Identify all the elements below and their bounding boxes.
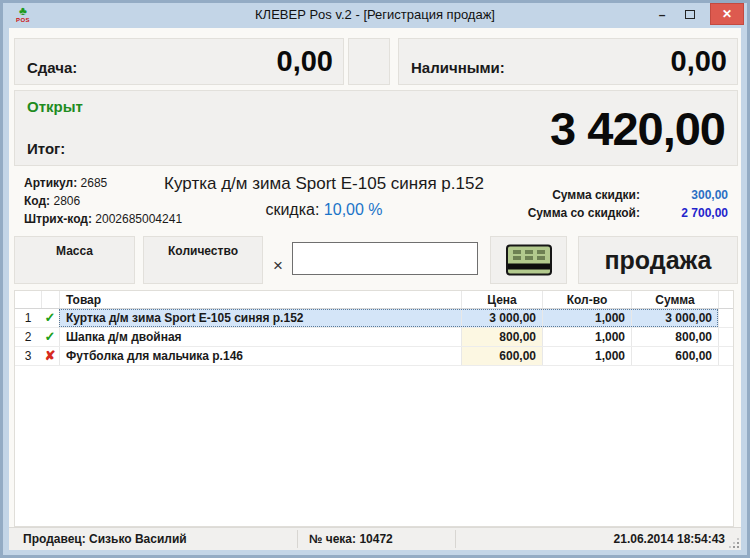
row-sum: 600,00 — [631, 347, 718, 365]
discount-sum-label: Сумма скидки: — [552, 186, 640, 204]
resize-grip[interactable] — [730, 539, 739, 548]
titlebar: ♣ POS КЛЕВЕР Pos v.2 - [Регистрация прод… — [3, 3, 747, 28]
pos-window: ♣ POS КЛЕВЕР Pos v.2 - [Регистрация прод… — [0, 0, 750, 558]
row-price: 600,00 — [461, 347, 542, 365]
mass-button[interactable]: Масса — [14, 236, 135, 284]
discounted-total-label: Сумма со скидкой: — [528, 204, 640, 222]
seller-label: Продавец: — [23, 532, 86, 546]
item-info-section: Артикул: 2685 Код: 2806 Штрих-код: 20026… — [14, 170, 738, 234]
row-number: 3 — [15, 347, 41, 365]
total-value: 3 420,00 — [550, 101, 725, 156]
row-qty: 1,000 — [542, 328, 631, 346]
code-value: 2806 — [53, 194, 80, 208]
check-icon: ✓ — [41, 328, 59, 346]
discount-sum-value: 300,00 — [640, 186, 728, 204]
table-row[interactable]: 1 ✓ Куртка д/м зима Sport E-105 синяя р.… — [15, 309, 733, 328]
article-label: Артикул: — [24, 176, 77, 190]
quantity-button[interactable]: Количество — [143, 236, 263, 284]
discount-sum-line: Сумма скидки:300,00 — [528, 186, 728, 204]
close-button[interactable]: ✕ — [710, 3, 744, 25]
table-row[interactable]: 2 ✓ Шапка д/м двойная 800,00 1,000 800,0… — [15, 328, 733, 347]
discounted-total-value: 2 700,00 — [640, 204, 728, 222]
table-body: 1 ✓ Куртка д/м зима Sport E-105 синяя р.… — [15, 309, 733, 366]
row-number: 1 — [15, 309, 41, 327]
row-qty: 1,000 — [542, 347, 631, 365]
article-value: 2685 — [81, 176, 108, 190]
check-icon: ✓ — [41, 309, 59, 327]
spacer-panel — [348, 38, 390, 85]
change-value: 0,00 — [277, 45, 333, 78]
receipt-no-value: 10472 — [359, 532, 392, 546]
header-qty[interactable]: Кол-во — [542, 291, 631, 308]
receipt-no-label: № чека: — [309, 532, 356, 546]
cash-label: Наличными: — [411, 59, 505, 84]
seller-value: Сизько Василий — [89, 532, 187, 546]
table-header-row: Товар Цена Кол-во Сумма — [15, 291, 733, 309]
header-sum[interactable]: Сумма — [631, 291, 718, 308]
row-number: 2 — [15, 328, 41, 346]
sale-button[interactable]: продажа — [578, 236, 738, 284]
cross-icon: ✘ — [41, 347, 59, 365]
current-item: Куртка д/м зима Sport E-105 синяя р.152 … — [144, 170, 504, 219]
multiply-sign: × — [273, 256, 283, 276]
sales-table: Товар Цена Кол-во Сумма 1 ✓ Куртка д/м з… — [14, 290, 734, 527]
row-product: Шапка д/м двойная — [59, 328, 461, 346]
current-product-name: Куртка д/м зима Sport E-105 синяя р.152 — [144, 174, 504, 194]
row-sum: 3 000,00 — [631, 309, 718, 327]
status-bar: Продавец: Сизько Василий № чека: 10472 2… — [9, 527, 741, 550]
cash-value: 0,00 — [671, 45, 727, 78]
discount-label: скидка: — [265, 201, 319, 218]
maximize-icon — [685, 10, 695, 19]
discounted-total-line: Сумма со скидкой:2 700,00 — [528, 204, 728, 222]
row-product: Футболка для мальчика р.146 — [59, 347, 461, 365]
change-panel: Сдача: 0,00 — [14, 38, 344, 85]
change-label: Сдача: — [27, 59, 77, 84]
row-price: 800,00 — [461, 328, 542, 346]
card-payment-button[interactable] — [490, 236, 567, 284]
table-row[interactable]: 3 ✘ Футболка для мальчика р.146 600,00 1… — [15, 347, 733, 366]
row-price: 3 000,00 — [461, 309, 542, 327]
discount-line: скидка: 10,00 % — [144, 201, 504, 219]
discount-totals: Сумма скидки:300,00 Сумма со скидкой:2 7… — [528, 186, 728, 222]
barcode-label: Штрих-код: — [24, 212, 92, 226]
row-sum: 800,00 — [631, 328, 718, 346]
discount-percent: 10,00 % — [324, 201, 383, 218]
minimize-button[interactable]: – — [651, 9, 673, 23]
datetime-display: 21.06.2014 18:54:43 — [614, 532, 725, 546]
maximize-button[interactable] — [679, 9, 701, 23]
total-label: Итог: — [27, 140, 65, 157]
quantity-input[interactable] — [292, 242, 478, 275]
row-qty: 1,000 — [542, 309, 631, 327]
total-panel: Открыт Итог: 3 420,00 — [14, 90, 738, 166]
receipt-status-badge: Открыт — [27, 98, 83, 115]
cash-panel: Наличными: 0,00 — [398, 38, 738, 85]
payment-card-icon — [506, 245, 552, 276]
seller-info: Продавец: Сизько Василий — [23, 532, 187, 546]
actions-row: Масса Количество × продажа — [9, 236, 741, 284]
header-price[interactable]: Цена — [461, 291, 542, 308]
code-label: Код: — [24, 194, 50, 208]
row-product: Куртка д/м зима Sport E-105 синяя р.152 — [59, 309, 461, 327]
main-content: Сдача: 0,00 Наличными: 0,00 Открыт Итог:… — [9, 28, 741, 550]
statusbar-divider — [297, 530, 298, 548]
statusbar-divider — [455, 530, 456, 548]
window-title: КЛЕВЕР Pos v.2 - [Регистрация продаж] — [3, 7, 747, 22]
header-product[interactable]: Товар — [59, 291, 461, 308]
receipt-number-info: № чека: 10472 — [309, 532, 393, 546]
